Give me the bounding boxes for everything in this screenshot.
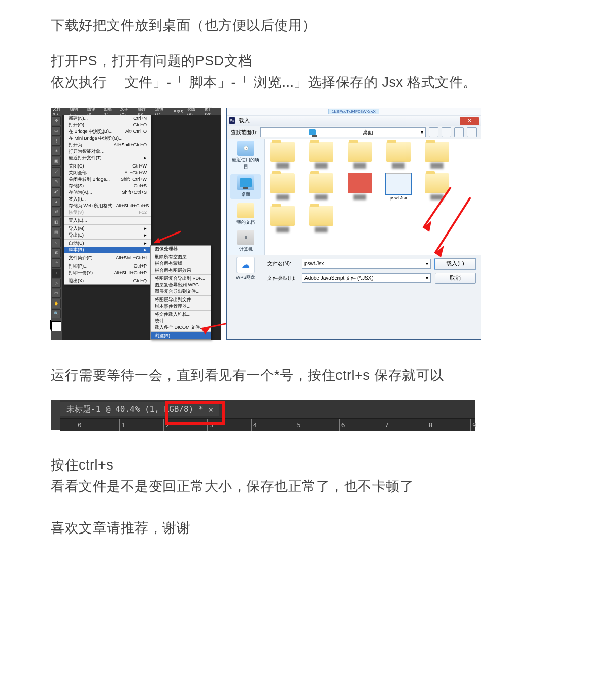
menu-item[interactable]: 在 Bridge 中浏览(B)...Alt+Ctrl+O [64, 128, 151, 135]
submenu-item[interactable]: 拼合所有图层效果 [151, 267, 211, 274]
menu-item[interactable]: 打开(O)...Ctrl+O [64, 122, 151, 128]
menu-item[interactable]: 存储为 Web 所用格式...Alt+Shift+Ctrl+S [64, 203, 151, 209]
file-item[interactable]: ████ [268, 142, 297, 168]
filename-input[interactable]: pswt.Jsx▾ [302, 259, 431, 269]
submenu-item[interactable]: 将图层导出到文件... [151, 296, 211, 303]
label: 桌面 [241, 192, 250, 197]
menu-item[interactable]: 导入(M) ▸ [64, 225, 151, 232]
menu-item[interactable]: 退出(X)Ctrl+Q [64, 278, 151, 284]
submenu-item[interactable]: 脚本事件管理器... [151, 303, 211, 310]
submenu-item[interactable]: 将文件载入堆栈... [151, 311, 211, 318]
tool-shape-icon[interactable]: ▭ [52, 289, 61, 298]
close-button[interactable]: ✕ [460, 117, 479, 125]
menu-item[interactable]: 置入(L)... [64, 217, 151, 224]
submenu-item[interactable]: 图层复合导出到 WPG... [151, 282, 211, 288]
tool-text-icon[interactable]: T [52, 269, 61, 278]
tool-heal-icon[interactable]: ✎ [52, 177, 61, 186]
tool-brush-icon[interactable]: 🖌 [52, 187, 61, 196]
sidebar-item-recent[interactable]: 🕓最近使用的项目 [230, 141, 261, 170]
tool-stamp-icon[interactable]: ▲ [52, 197, 61, 207]
menu-item[interactable]: 打印(P)...Ctrl+P [64, 263, 151, 270]
menu-item[interactable]: 关闭(C)Ctrl+W [64, 163, 151, 170]
menu-item[interactable]: 最近打开文件(T) ▸ [64, 155, 151, 161]
file-item[interactable]: ████ [307, 142, 336, 168]
submenu-item[interactable]: 统计... [151, 318, 211, 324]
tool-zoom-icon[interactable]: 🔍 [52, 309, 61, 318]
sidebar-item-desktop[interactable]: 桌面 [230, 174, 261, 199]
tool-pen-icon[interactable]: ✑ [52, 258, 61, 268]
label: 文件类型(T): [267, 275, 298, 282]
menu-item[interactable]: 打印一份(Y)Alt+Shift+Ctrl+P [64, 270, 151, 276]
back-button[interactable] [429, 127, 438, 137]
menubar-item[interactable]: 滤镜(T) [155, 106, 168, 116]
file-item[interactable]: ████ [345, 142, 375, 168]
file-item[interactable]: ████ [422, 173, 452, 201]
tool-gradient-icon[interactable]: ▤ [52, 228, 61, 237]
filetype-select[interactable]: Adobe JavaScript 文件 (*.JSX)▾ [302, 273, 431, 283]
load-button[interactable]: 载入(L) [435, 258, 476, 270]
menu-item[interactable]: 关闭全部Alt+Ctrl+W [64, 170, 151, 176]
menu-item[interactable]: 新建(N)...Ctrl+N [64, 115, 151, 122]
sidebar-item-computer[interactable]: 🖥计算机 [230, 230, 261, 253]
submenu-item[interactable]: 载入多个 DICOM 文件... [151, 324, 211, 331]
up-button[interactable] [442, 127, 451, 137]
menu-item[interactable]: 签入(I)... [64, 196, 151, 203]
submenu-item[interactable]: 图层复合导出到文件... [151, 288, 211, 295]
menubar-item[interactable]: 3D(D) [173, 109, 183, 113]
file-item[interactable]: ████ [307, 206, 336, 232]
newfolder-button[interactable] [454, 127, 464, 137]
document-tab[interactable]: 未标题-1 @ 40.4% (1, RGB/8) * × [60, 402, 219, 416]
file-item[interactable]: ████ [307, 173, 336, 201]
submenu-item[interactable]: 将图层复合导出到 PDF... [151, 275, 211, 282]
tab-close-icon[interactable]: × [209, 405, 214, 414]
tool-blur-icon[interactable]: ○ [52, 238, 61, 247]
menu-item[interactable]: 文件简介(F)...Alt+Shift+Ctrl+I [64, 255, 151, 261]
menubar-item[interactable]: 窗口(W) [205, 106, 219, 116]
menu-item[interactable]: 导出(E) ▸ [64, 232, 151, 239]
tool-crop-icon[interactable]: ▣ [52, 157, 61, 166]
menu-item[interactable]: 自动(U) ▸ [64, 240, 151, 247]
file-item[interactable]: ████ [384, 142, 413, 168]
file-item[interactable]: ████ [345, 173, 375, 201]
text-line: 依次执行「 文件」-「 脚本」-「 浏览...」选择保存的 Jsx 格式文件。 [51, 72, 558, 93]
menu-item[interactable]: 在 Mini Bridge 中浏览(G)... [64, 135, 151, 142]
file-list[interactable]: ████ ████ ████ ████ ████ ████ ████ ████ … [265, 139, 481, 255]
menu-item[interactable]: 恢复(V)F12 [64, 209, 151, 216]
viewmode-button[interactable] [467, 127, 477, 137]
tool-eraser-icon[interactable]: ◧ [52, 218, 61, 227]
tool-marquee-icon[interactable]: ▭ [52, 126, 61, 136]
menu-item[interactable]: 脚本(R) ▸ [64, 247, 151, 253]
menu-item[interactable]: 存储为(A)...Shift+Ctrl+S [64, 189, 151, 196]
file-menu-dropdown[interactable]: 新建(N)...Ctrl+N打开(O)...Ctrl+O在 Bridge 中浏览… [64, 115, 151, 285]
dialog-bottom: 文件名(N): pswt.Jsx▾ 载入(L) 文件类型(T): Adobe J… [227, 255, 481, 288]
scope-select[interactable]: 桌面 ▾ [260, 127, 426, 137]
tool-eyedropper-icon[interactable]: ⟋ [52, 167, 61, 176]
submenu-item[interactable]: 图像处理器... [151, 246, 211, 252]
submenu-item[interactable]: 浏览(B)... [151, 332, 211, 339]
sidebar-item-wps[interactable]: ☁WPS网盘 [230, 257, 261, 281]
menu-item[interactable]: 存储(S)Ctrl+S [64, 183, 151, 189]
cancel-button[interactable]: 取消 [435, 273, 476, 284]
script-submenu[interactable]: 图像处理器...删除所有空图层拼合所有蒙版拼合所有图层效果将图层复合导出到 PD… [150, 245, 211, 340]
tool-path-icon[interactable]: ▷ [52, 279, 61, 288]
tool-history-icon[interactable]: ↺ [52, 208, 61, 217]
file-item-selected[interactable]: pswt.Jsx [384, 173, 413, 201]
menu-item[interactable]: 打开为...Alt+Shift+Ctrl+O [64, 142, 151, 148]
tool-wand-icon[interactable]: ✶ [52, 147, 61, 156]
submenu-item[interactable]: 删除所有空图层 [151, 254, 211, 260]
tool-lasso-icon[interactable]: ⟆ [52, 137, 61, 146]
file-item[interactable]: ████ [268, 173, 297, 201]
sidebar-item-documents[interactable]: 我的文档 [230, 203, 261, 226]
menubar-item[interactable]: 视图(V) [187, 106, 200, 116]
menu-item[interactable]: 关闭并转到 Bridge...Shift+Ctrl+W [64, 176, 151, 183]
tool-move-icon[interactable]: ✥ [52, 116, 61, 125]
menu-item[interactable]: 打开为智能对象... [64, 148, 151, 155]
tool-hand-icon[interactable]: ✋ [52, 299, 61, 308]
color-swatch-icon[interactable] [51, 321, 61, 331]
tool-dodge-icon[interactable]: ◐ [52, 248, 61, 257]
folder-icon [309, 206, 333, 226]
text-line: 下载好把文件放到桌面（也方便以后使用） [51, 15, 558, 37]
file-item[interactable]: ████ [268, 206, 297, 232]
submenu-item[interactable]: 拼合所有蒙版 [151, 260, 211, 267]
file-item[interactable]: ████ [422, 142, 452, 168]
